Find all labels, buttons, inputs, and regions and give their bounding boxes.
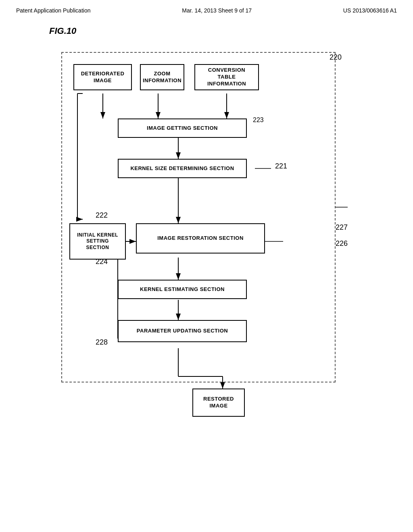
- page-header: Patent Application Publication Mar. 14, …: [0, 0, 413, 14]
- initial-kernel-box: INITIAL KERNEL SETTING SECTION: [69, 223, 126, 260]
- ref-224: 224: [96, 258, 108, 266]
- parameter-updating-box: PARAMETER UPDATING SECTION: [118, 320, 247, 342]
- image-restoration-box: IMAGE RESTORATION SECTION: [136, 223, 265, 254]
- header-publication-label: Patent Application Publication: [16, 7, 90, 14]
- kernel-size-box: KERNEL SIZE DETERMINING SECTION: [118, 159, 247, 178]
- header-patent-number: US 2013/0063616 A1: [343, 7, 397, 14]
- ref-223: 223: [253, 116, 264, 124]
- header-date-sheet: Mar. 14, 2013 Sheet 9 of 17: [182, 7, 252, 14]
- ref-226: 226: [336, 239, 348, 248]
- ref-227: 227: [336, 223, 348, 232]
- diagram-area: FIG.10: [25, 26, 388, 489]
- figure-label: FIG.10: [49, 26, 76, 36]
- restored-image-box: RESTORED IMAGE: [192, 389, 245, 417]
- ref-222: 222: [96, 211, 108, 220]
- ref-221: 221: [275, 162, 287, 170]
- ref-220: 220: [330, 53, 342, 62]
- kernel-estimating-box: KERNEL ESTIMATING SECTION: [118, 280, 247, 299]
- image-getting-section-box: IMAGE GETTING SECTION: [118, 118, 247, 138]
- ref-228: 228: [96, 338, 108, 347]
